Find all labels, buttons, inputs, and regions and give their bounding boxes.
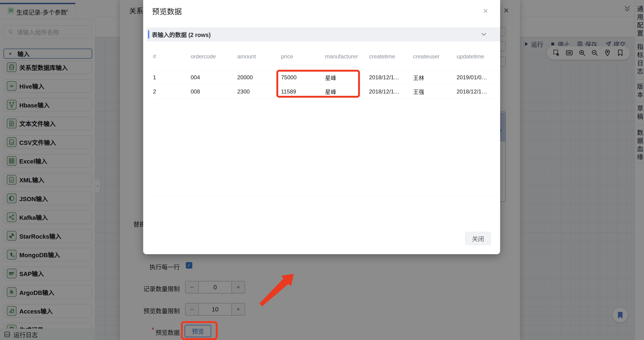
close-button[interactable]: 关闭 — [465, 232, 491, 245]
column-header: createuser — [413, 53, 456, 60]
section-accent-bar — [148, 30, 149, 39]
column-header: # — [153, 53, 191, 60]
table-cell: 008 — [191, 88, 237, 95]
column-header: manufacturer — [325, 52, 369, 61]
table-cell: 2019/01/0… — [456, 74, 496, 81]
table-cell: 王林 — [413, 73, 456, 82]
table-body: 10042000075000星峰2018/12/1…王林2019/01/0…20… — [153, 70, 500, 99]
table-row: 2008230011589星峰2018/12/1…王强2018/12/1… — [153, 84, 500, 99]
chevron-down-icon[interactable] — [480, 31, 487, 38]
table-cell: 004 — [191, 74, 237, 81]
table-row: 10042000075000星峰2018/12/1…王林2019/01/0… — [153, 70, 500, 84]
section-title: 表输入的数据 (2 rows) — [152, 30, 211, 39]
table-cell: 星峰 — [325, 73, 369, 82]
table-header-row: #ordercodeamountpricemanufacturercreatet… — [153, 42, 500, 70]
table-cell: 1 — [153, 74, 191, 81]
table-cell: 75000 — [281, 74, 325, 81]
table-cell: 2300 — [237, 88, 281, 95]
table-cell: 11589 — [281, 88, 325, 95]
app-window: 运行 停止 保存 提交 Di 生成记录-多 — [0, 0, 644, 340]
column-header: createtime — [369, 53, 413, 60]
table-cell: 2018/12/1… — [456, 88, 496, 95]
table-cell: 2018/12/1… — [369, 74, 413, 81]
column-header: amount — [237, 53, 281, 60]
column-header: price — [281, 53, 325, 60]
preview-data-modal: 预览数据 × 表输入的数据 (2 rows) #ordercodeamountp… — [143, 0, 500, 254]
table-cell: 2 — [153, 88, 191, 95]
table-section-header[interactable]: 表输入的数据 (2 rows) — [147, 27, 500, 41]
modal-close-icon[interactable]: × — [483, 6, 488, 16]
column-header: ordercode — [191, 53, 237, 60]
preview-table: #ordercodeamountpricemanufacturercreatet… — [147, 42, 500, 99]
table-cell: 2018/12/1… — [369, 88, 413, 95]
modal-title: 预览数据 — [152, 5, 182, 16]
table-cell: 星峰 — [325, 87, 369, 96]
table-footer-divider — [147, 196, 500, 196]
table-cell: 王强 — [413, 87, 456, 96]
column-header: updatetime — [456, 53, 496, 60]
table-cell: 20000 — [237, 74, 281, 81]
